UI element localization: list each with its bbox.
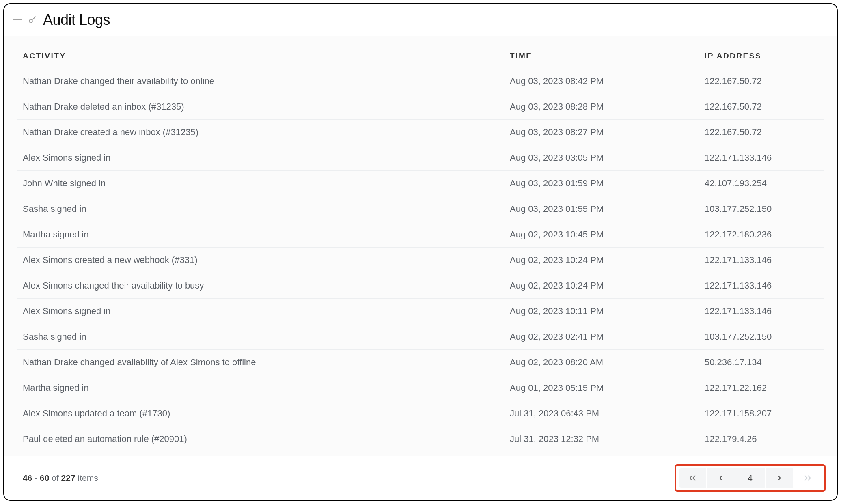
- table-row: Alex Simons updated a team (#1730)Jul 31…: [17, 401, 824, 426]
- cell-time: Aug 03, 2023 08:28 PM: [510, 101, 705, 112]
- cell-time: Jul 31, 2023 12:32 PM: [510, 434, 705, 444]
- cell-time: Aug 03, 2023 01:55 PM: [510, 204, 705, 214]
- cell-activity: Martha signed in: [23, 383, 510, 393]
- cell-ip: 103.177.252.150: [705, 204, 818, 214]
- table-row: John White signed inAug 03, 2023 01:59 P…: [17, 171, 824, 196]
- cell-time: Aug 03, 2023 08:42 PM: [510, 76, 705, 86]
- cell-activity: Martha signed in: [23, 229, 510, 240]
- page-title: Audit Logs: [43, 11, 110, 28]
- total-count: 227: [61, 473, 75, 482]
- page-header: Audit Logs: [4, 4, 837, 36]
- first-page-button[interactable]: [679, 468, 706, 488]
- audit-log-body: ACTIVITY TIME IP ADDRESS Nathan Drake ch…: [4, 36, 837, 456]
- cell-activity: Alex Simons updated a team (#1730): [23, 408, 510, 419]
- range-start: 46: [23, 473, 32, 482]
- table-row: Sasha signed inAug 02, 2023 02:41 PM103.…: [17, 324, 824, 350]
- chevrons-left-icon: [687, 473, 698, 483]
- cell-activity: Paul deleted an automation rule (#20901): [23, 434, 510, 444]
- cell-time: Aug 03, 2023 03:05 PM: [510, 153, 705, 163]
- chevron-right-icon: [775, 474, 784, 482]
- table-row: Sasha signed inAug 03, 2023 01:55 PM103.…: [17, 196, 824, 222]
- table-body: Nathan Drake changed their availability …: [17, 69, 824, 452]
- chevrons-right-icon: [802, 473, 813, 483]
- cell-ip: 122.167.50.72: [705, 101, 818, 112]
- cell-ip: 103.177.252.150: [705, 332, 818, 342]
- table-row: Alex Simons created a new webhook (#331)…: [17, 248, 824, 273]
- cell-activity: Sasha signed in: [23, 204, 510, 214]
- cell-activity: Nathan Drake deleted an inbox (#31235): [23, 101, 510, 112]
- cell-ip: 122.179.4.26: [705, 434, 818, 444]
- cell-time: Aug 02, 2023 02:41 PM: [510, 332, 705, 342]
- cell-time: Aug 02, 2023 08:20 AM: [510, 357, 705, 368]
- cell-ip: 42.107.193.254: [705, 178, 818, 189]
- cell-activity: Alex Simons signed in: [23, 153, 510, 163]
- column-time: TIME: [510, 52, 705, 60]
- cell-ip: 122.167.50.72: [705, 127, 818, 138]
- table-row: Alex Simons signed inAug 02, 2023 10:11 …: [17, 299, 824, 324]
- cell-activity: Alex Simons signed in: [23, 306, 510, 317]
- cell-ip: 122.172.180.236: [705, 229, 818, 240]
- cell-ip: 122.171.133.146: [705, 153, 818, 163]
- cell-activity: Sasha signed in: [23, 332, 510, 342]
- menu-icon[interactable]: [13, 17, 22, 23]
- column-ip: IP ADDRESS: [705, 52, 818, 60]
- cell-time: Aug 02, 2023 10:45 PM: [510, 229, 705, 240]
- cell-activity: Alex Simons changed their availability t…: [23, 280, 510, 291]
- app-window: Audit Logs ACTIVITY TIME IP ADDRESS Nath…: [3, 3, 838, 501]
- chevron-left-icon: [716, 474, 725, 482]
- cell-time: Aug 03, 2023 08:27 PM: [510, 127, 705, 138]
- cell-ip: 122.171.22.162: [705, 383, 818, 393]
- cell-ip: 50.236.17.134: [705, 357, 818, 368]
- table-row: Alex Simons changed their availability t…: [17, 273, 824, 299]
- key-icon: [28, 15, 37, 25]
- pagination-counter: 46 - 60 of 227 items: [23, 473, 98, 483]
- table-row: Nathan Drake created a new inbox (#31235…: [17, 120, 824, 145]
- cell-activity: Nathan Drake changed availability of Ale…: [23, 357, 510, 368]
- cell-time: Jul 31, 2023 06:43 PM: [510, 408, 705, 419]
- table-row: Martha signed inAug 02, 2023 10:45 PM122…: [17, 222, 824, 248]
- cell-ip: 122.167.50.72: [705, 76, 818, 86]
- cell-activity: Alex Simons created a new webhook (#331): [23, 255, 510, 265]
- cell-activity: Nathan Drake changed their availability …: [23, 76, 510, 86]
- last-page-button[interactable]: [794, 468, 822, 488]
- cell-time: Aug 02, 2023 10:24 PM: [510, 255, 705, 265]
- cell-activity: Nathan Drake created a new inbox (#31235…: [23, 127, 510, 138]
- cell-ip: 122.171.133.146: [705, 255, 818, 265]
- next-page-button[interactable]: [766, 468, 793, 488]
- column-activity: ACTIVITY: [23, 52, 510, 60]
- cell-time: Aug 02, 2023 10:11 PM: [510, 306, 705, 317]
- cell-activity: John White signed in: [23, 178, 510, 189]
- table-row: Martha signed inAug 01, 2023 05:15 PM122…: [17, 375, 824, 401]
- cell-ip: 122.171.158.207: [705, 408, 818, 419]
- prev-page-button[interactable]: [707, 468, 735, 488]
- cell-time: Aug 02, 2023 10:24 PM: [510, 280, 705, 291]
- cell-ip: 122.171.133.146: [705, 306, 818, 317]
- table-row: Nathan Drake deleted an inbox (#31235)Au…: [17, 94, 824, 120]
- table-header: ACTIVITY TIME IP ADDRESS: [17, 36, 824, 69]
- table-row: Paul deleted an automation rule (#20901)…: [17, 426, 824, 452]
- range-end: 60: [40, 473, 49, 482]
- table-row: Nathan Drake changed availability of Ale…: [17, 350, 824, 375]
- table-row: Alex Simons signed inAug 03, 2023 03:05 …: [17, 145, 824, 171]
- table-row: Nathan Drake changed their availability …: [17, 69, 824, 94]
- cell-ip: 122.171.133.146: [705, 280, 818, 291]
- pagination-controls: 4: [675, 464, 826, 492]
- cell-time: Aug 01, 2023 05:15 PM: [510, 383, 705, 393]
- cell-time: Aug 03, 2023 01:59 PM: [510, 178, 705, 189]
- pagination-footer: 46 - 60 of 227 items 4: [4, 456, 837, 500]
- current-page-indicator[interactable]: 4: [735, 468, 765, 488]
